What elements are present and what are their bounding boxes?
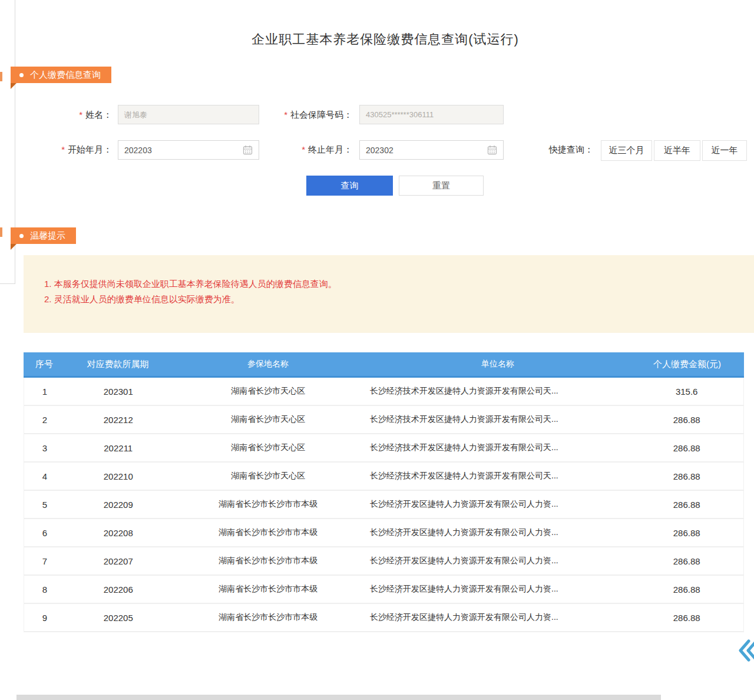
table-cell: 286.88 <box>630 556 743 566</box>
end-month-label: *终止年月： <box>287 144 352 156</box>
table-row: 6202208湖南省长沙市长沙市市本级长沙经济开发区捷特人力资源开发有限公司人力… <box>24 519 744 547</box>
table-header-row: 序号 对应费款所属期 参保地名称 单位名称 个人缴费金额(元) <box>24 352 744 378</box>
table-row: 2202212湖南省长沙市天心区长沙经济技术开发区捷特人力资源开发有限公司天..… <box>24 406 744 434</box>
table-cell: 湖南省长沙市天心区 <box>171 471 365 481</box>
reset-button[interactable]: 重置 <box>399 176 484 196</box>
table-cell: 6 <box>24 528 65 538</box>
bottom-divider <box>16 695 661 700</box>
left-edge-fragment <box>0 72 2 81</box>
header-seq: 序号 <box>24 359 65 370</box>
quick-option-halfyear[interactable]: 近半年 <box>654 140 700 161</box>
table-cell: 湖南省长沙市长沙市市本级 <box>171 556 365 566</box>
section-header-notice: 温馨提示 <box>11 227 76 244</box>
payment-records-table: 序号 对应费款所属期 参保地名称 单位名称 个人缴费金额(元) 1202301湖… <box>24 352 744 632</box>
table-row: 1202301湖南省长沙市天心区长沙经济技术开发区捷特人力资源开发有限公司天..… <box>24 378 744 406</box>
table-row: 4202210湖南省长沙市天心区长沙经济技术开发区捷特人力资源开发有限公司天..… <box>24 463 744 491</box>
table-cell: 286.88 <box>630 415 743 425</box>
calendar-icon[interactable] <box>487 145 497 155</box>
table-cell: 8 <box>24 585 65 595</box>
notice-line: 2. 灵活就业人员的缴费单位信息以实际缴费为准。 <box>44 292 742 307</box>
table-cell: 202207 <box>65 556 171 566</box>
table-cell: 9 <box>24 613 65 623</box>
header-period: 对应费款所属期 <box>65 359 171 370</box>
header-insured-place: 参保地名称 <box>171 359 365 369</box>
table-cell: 315.6 <box>630 387 743 397</box>
bullet-dot-icon <box>19 73 24 77</box>
required-mark: * <box>302 144 305 154</box>
start-month-label: *开始年月： <box>47 144 112 156</box>
ssn-field[interactable]: 430525******306111 <box>359 105 504 124</box>
header-employer: 单位名称 <box>365 359 630 369</box>
double-left-chevron-icon[interactable] <box>736 638 754 663</box>
table-cell: 286.88 <box>630 500 743 510</box>
table-cell: 长沙经济开发区捷特人力资源开发有限公司人力资... <box>365 499 630 510</box>
table-row: 9202205湖南省长沙市长沙市市本级长沙经济开发区捷特人力资源开发有限公司人力… <box>24 604 744 632</box>
table-cell: 286.88 <box>630 613 743 623</box>
required-mark: * <box>61 144 65 154</box>
table-cell: 湖南省长沙市天心区 <box>171 443 365 453</box>
quick-option-oneyear[interactable]: 近一年 <box>702 140 747 161</box>
required-mark: * <box>79 110 82 120</box>
table-cell: 286.88 <box>630 528 743 538</box>
name-value: 谢旭泰 <box>124 110 147 120</box>
table-cell: 长沙经济技术开发区捷特人力资源开发有限公司天... <box>365 471 630 481</box>
ssn-value: 430525******306111 <box>366 110 434 119</box>
end-month-value: 202302 <box>366 146 393 155</box>
quick-option-3months[interactable]: 近三个月 <box>601 140 652 161</box>
table-cell: 202301 <box>65 387 171 397</box>
table-row: 8202206湖南省长沙市长沙市市本级长沙经济开发区捷特人力资源开发有限公司人力… <box>24 576 744 604</box>
table-cell: 202208 <box>65 528 171 538</box>
bullet-dot-icon <box>19 234 24 238</box>
table-cell: 2 <box>24 415 65 425</box>
table-cell: 7 <box>24 556 65 566</box>
table-cell: 湖南省长沙市长沙市市本级 <box>171 499 365 510</box>
table-cell: 202205 <box>65 613 171 623</box>
table-cell: 湖南省长沙市长沙市市本级 <box>171 612 365 623</box>
notice-line: 1. 本服务仅提供尚未领取企业职工基本养老保险待遇人员的缴费信息查询。 <box>44 276 742 292</box>
table-cell: 202210 <box>65 471 171 481</box>
table-cell: 202211 <box>65 443 171 453</box>
query-button[interactable]: 查询 <box>306 176 393 196</box>
table-cell: 286.88 <box>630 471 743 481</box>
start-month-value: 202203 <box>124 146 152 155</box>
page-title: 企业职工基本养老保险缴费信息查询(试运行) <box>16 31 754 48</box>
table-cell: 5 <box>24 500 65 510</box>
name-field[interactable]: 谢旭泰 <box>118 105 259 124</box>
notice-box: 1. 本服务仅提供尚未领取企业职工基本养老保险待遇人员的缴费信息查询。 2. 灵… <box>24 255 754 333</box>
table-body: 1202301湖南省长沙市天心区长沙经济技术开发区捷特人力资源开发有限公司天..… <box>24 378 744 632</box>
table-row: 3202211湖南省长沙市天心区长沙经济技术开发区捷特人力资源开发有限公司天..… <box>24 434 744 463</box>
table-cell: 湖南省长沙市天心区 <box>171 386 365 397</box>
section-title: 温馨提示 <box>30 230 65 242</box>
table-cell: 1 <box>24 387 65 397</box>
table-row: 7202207湖南省长沙市长沙市市本级长沙经济开发区捷特人力资源开发有限公司人力… <box>24 547 744 576</box>
ssn-label: *社会保障号码： <box>271 110 352 121</box>
table-cell: 286.88 <box>630 443 743 453</box>
table-cell: 湖南省长沙市长沙市市本级 <box>171 584 365 595</box>
quick-query-label: 快捷查询： <box>549 144 593 156</box>
table-cell: 长沙经济技术开发区捷特人力资源开发有限公司天... <box>365 414 630 425</box>
table-cell: 湖南省长沙市长沙市市本级 <box>171 527 365 538</box>
header-amount: 个人缴费金额(元) <box>630 359 744 370</box>
name-label: *姓名： <box>53 110 112 121</box>
start-month-field[interactable]: 202203 <box>118 140 259 160</box>
table-cell: 湖南省长沙市天心区 <box>171 414 365 425</box>
section-header-personal-query: 个人缴费信息查询 <box>11 67 111 83</box>
table-cell: 202209 <box>65 500 171 510</box>
table-cell: 202206 <box>65 585 171 595</box>
table-cell: 长沙经济开发区捷特人力资源开发有限公司人力资... <box>365 612 630 623</box>
table-cell: 长沙经济技术开发区捷特人力资源开发有限公司天... <box>365 386 630 397</box>
required-mark: * <box>284 110 287 120</box>
section-title: 个人缴费信息查询 <box>30 70 101 81</box>
table-cell: 长沙经济技术开发区捷特人力资源开发有限公司天... <box>365 443 630 453</box>
table-cell: 4 <box>24 471 65 481</box>
table-cell: 长沙经济开发区捷特人力资源开发有限公司人力资... <box>365 556 630 566</box>
left-edge-fragment <box>0 227 2 237</box>
table-cell: 202212 <box>65 415 171 425</box>
calendar-icon[interactable] <box>243 145 253 155</box>
table-cell: 长沙经济开发区捷特人力资源开发有限公司人力资... <box>365 584 630 595</box>
table-cell: 3 <box>24 443 65 453</box>
pension-query-page: 企业职工基本养老保险缴费信息查询(试运行) 个人缴费信息查询 *姓名： 谢旭泰 … <box>0 0 754 700</box>
table-cell: 286.88 <box>630 585 743 595</box>
end-month-field[interactable]: 202302 <box>359 140 504 160</box>
table-cell: 长沙经济开发区捷特人力资源开发有限公司人力资... <box>365 527 630 538</box>
